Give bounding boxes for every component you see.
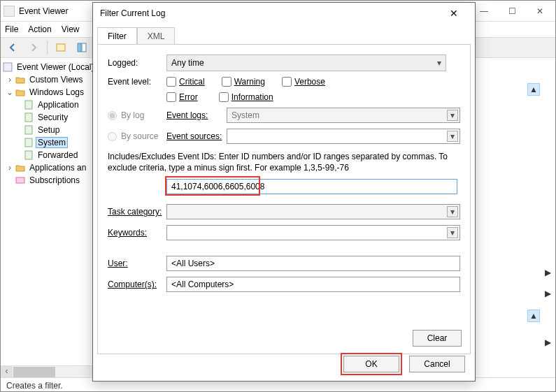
chevron-down-icon: ▾ <box>447 131 458 142</box>
chevron-down-icon: ▾ <box>447 227 458 238</box>
event-sources-label: Event sources: <box>166 131 227 141</box>
dialog-title: Filter Current Log <box>100 8 440 18</box>
keywords-combo[interactable]: ▾ <box>166 225 460 240</box>
event-logs-combo[interactable]: System ▾ <box>227 108 460 123</box>
warning-checkbox[interactable]: Warning <box>222 77 265 87</box>
dialog-titlebar: Filter Current Log ✕ <box>93 3 475 24</box>
computers-label: Computer(s): <box>108 280 166 289</box>
tab-body: Logged: Any time ▾ Event level: Critical… <box>97 44 471 354</box>
error-checkbox[interactable]: Error <box>166 92 198 102</box>
information-checkbox[interactable]: Information <box>219 92 273 102</box>
event-ids-input[interactable] <box>166 179 457 194</box>
ok-highlight: OK <box>341 353 402 375</box>
tab-filter[interactable]: Filter <box>97 27 137 45</box>
event-id-hint: Includes/Excludes Event IDs: Enter ID nu… <box>108 151 460 173</box>
logged-select[interactable]: Any time ▾ <box>166 55 446 71</box>
clear-button[interactable]: Clear <box>413 330 462 347</box>
critical-checkbox[interactable]: Critical <box>166 77 205 87</box>
chevron-down-icon: ▾ <box>447 206 458 217</box>
ok-button[interactable]: OK <box>343 356 399 372</box>
chevron-down-icon: ▾ <box>447 110 458 121</box>
cancel-button[interactable]: Cancel <box>409 356 465 372</box>
event-level-label: Event level: <box>108 77 166 87</box>
chevron-down-icon: ▾ <box>437 58 441 68</box>
task-category-label: Task category: <box>108 207 166 217</box>
by-log-radio: By log <box>108 110 166 120</box>
by-source-radio: By source <box>108 131 166 141</box>
dialog-tabs: Filter XML <box>97 27 471 44</box>
event-sources-combo[interactable]: ▾ <box>227 129 460 144</box>
keywords-label: Keywords: <box>108 228 166 238</box>
logged-label: Logged: <box>108 58 166 68</box>
task-category-combo[interactable]: ▾ <box>166 204 460 219</box>
user-label: User: <box>108 259 166 268</box>
event-logs-label: Event logs: <box>166 110 227 120</box>
tab-xml[interactable]: XML <box>137 27 176 45</box>
verbose-checkbox[interactable]: Verbose <box>282 77 325 87</box>
filter-dialog: Filter Current Log ✕ Filter XML Logged: … <box>92 2 476 382</box>
user-input[interactable] <box>166 256 460 271</box>
computers-input[interactable] <box>166 277 460 292</box>
dialog-close-button[interactable]: ✕ <box>440 8 468 19</box>
